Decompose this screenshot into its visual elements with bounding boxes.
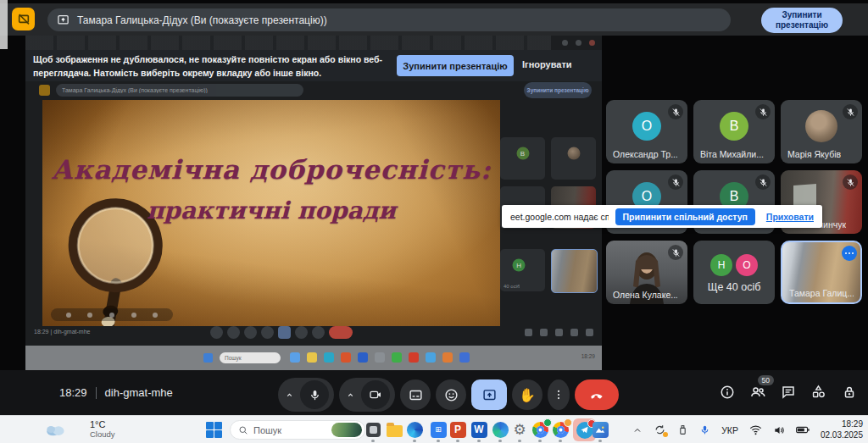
camera-options-chevron-icon[interactable] bbox=[339, 390, 361, 400]
nested-menu-icon bbox=[589, 40, 595, 46]
mic-control[interactable] bbox=[278, 378, 334, 412]
tile-options-button[interactable] bbox=[842, 246, 857, 261]
notice-ignore-button[interactable]: Ігнорувати bbox=[522, 59, 572, 69]
nested-search-box: Пошук bbox=[220, 352, 281, 363]
mic-button[interactable] bbox=[300, 380, 329, 409]
tray-mic-icon[interactable] bbox=[699, 424, 710, 435]
stacked-avatars: Н О bbox=[710, 254, 758, 276]
more-people-label: Ще 40 осіб bbox=[693, 281, 775, 293]
taskbar-search-box[interactable]: Пошук bbox=[230, 420, 365, 440]
participant-count-badge: 50 bbox=[758, 375, 774, 385]
raise-hand-button[interactable]: ✋ bbox=[512, 379, 542, 410]
clock: 18:29 bbox=[59, 386, 87, 399]
slashed-presentation-icon bbox=[17, 13, 31, 26]
nested-presenter-pill: Тамара Галицька-Дідух (Ви (показуєте пре… bbox=[56, 84, 303, 97]
system-tray: УКР 18:29 02.03.2025 bbox=[632, 416, 868, 443]
mic-muted-icon bbox=[843, 174, 858, 190]
nested-self-tile bbox=[551, 249, 598, 293]
nested-panel-icons bbox=[525, 329, 593, 336]
presenter-label: Тамара Галицька-Дідух (Ви (показуєте пре… bbox=[77, 14, 327, 26]
weather-temp: 1°C bbox=[90, 419, 115, 430]
task-view-button[interactable] bbox=[364, 420, 382, 439]
nested-presenter-label: Тамара Галицька-Дідух (Ви (показуєте пре… bbox=[62, 87, 208, 93]
activities-panel-button[interactable] bbox=[810, 383, 827, 401]
presentation-slide: Академічна доброчесність: практичні пора… bbox=[42, 100, 500, 326]
participant-grid: О Олександр Тр... В Віта Михайли... Марі… bbox=[606, 100, 862, 304]
nested-start-icon bbox=[203, 353, 213, 363]
participant-name: Марія Якубів bbox=[787, 149, 841, 159]
file-explorer-icon[interactable] bbox=[385, 420, 403, 439]
end-call-icon bbox=[588, 386, 605, 403]
edge-browser-icon[interactable] bbox=[405, 420, 424, 439]
search-placeholder: Пошук bbox=[253, 425, 331, 435]
blue-swirl-app-icon[interactable] bbox=[491, 420, 509, 439]
self-tile[interactable]: Тамара Галиц... bbox=[781, 241, 862, 304]
wifi-icon[interactable] bbox=[749, 424, 762, 435]
participant-name: Олена Кулаке... bbox=[613, 290, 677, 300]
windows-taskbar: 1°C Cloudy Пошук ⊞ P W bbox=[0, 415, 868, 443]
call-controls: ✋ bbox=[278, 378, 619, 412]
meeting-details-button[interactable] bbox=[718, 383, 736, 401]
chat-panel-button[interactable] bbox=[779, 383, 797, 401]
search-icon bbox=[238, 425, 248, 435]
camera-button[interactable] bbox=[361, 380, 390, 409]
present-screen-button-active[interactable] bbox=[471, 379, 507, 410]
participant-tile[interactable]: В Віта Михайли... bbox=[693, 100, 775, 163]
powerpoint-icon[interactable]: P bbox=[448, 420, 467, 439]
microsoft-store-icon[interactable]: ⊞ bbox=[429, 420, 448, 439]
tray-date: 02.03.2025 bbox=[821, 430, 863, 441]
nested-slide-controls bbox=[51, 308, 173, 321]
nested-stop-presenting-button: Зупинити презентацію bbox=[524, 82, 592, 98]
more-people-tile[interactable]: Н О Ще 40 осіб bbox=[693, 241, 775, 304]
tray-sync-icon[interactable] bbox=[654, 424, 666, 436]
battery-icon[interactable] bbox=[796, 425, 810, 435]
mic-muted-icon bbox=[668, 174, 683, 190]
more-options-button[interactable] bbox=[548, 379, 570, 410]
notice-stop-presentation-button[interactable]: Зупинити презентацію bbox=[397, 55, 514, 76]
screen-edge-artifact bbox=[0, 0, 8, 49]
hide-popup-link[interactable]: Приховати bbox=[766, 212, 814, 222]
search-highlight-thumbnail bbox=[331, 423, 362, 437]
meeting-info: 18:29 dih-gmat-mhe bbox=[59, 386, 173, 399]
presenting-top-bar: Тамара Галицька-Дідух (Ви (показуєте пре… bbox=[0, 3, 868, 36]
nested-browser-tabstrip bbox=[25, 36, 551, 50]
nested-windows-taskbar: Пошук 18:29 bbox=[25, 346, 602, 370]
participant-tile[interactable]: Марія Якубів bbox=[781, 100, 862, 163]
chrome-icon[interactable] bbox=[531, 420, 549, 439]
slide-title: Академічна доброчесність: практичні пора… bbox=[42, 154, 500, 224]
settings-gear-icon[interactable]: ⚙ bbox=[510, 420, 529, 439]
word-icon[interactable]: W bbox=[470, 420, 488, 439]
stop-presenting-button[interactable]: Зупинити презентацію bbox=[761, 8, 843, 33]
mic-muted-icon bbox=[755, 104, 771, 119]
chrome-profile2-icon[interactable] bbox=[551, 420, 570, 439]
people-panel-button[interactable]: 50 bbox=[748, 383, 766, 401]
nested-profile-icon bbox=[576, 40, 581, 46]
tray-chevron-up-icon[interactable] bbox=[632, 425, 643, 435]
participant-tile[interactable]: О Олександр Тр... bbox=[606, 100, 687, 163]
end-call-button[interactable] bbox=[575, 379, 619, 410]
weather-widget[interactable]: 1°C Cloudy bbox=[44, 419, 115, 440]
meeting-code: dih-gmat-mhe bbox=[105, 386, 173, 399]
stop-sharing-button[interactable]: Припинити спільний доступ bbox=[615, 208, 755, 225]
language-indicator[interactable]: УКР bbox=[721, 425, 738, 435]
notice-line1: Щоб зображення не дублювалося, не показу… bbox=[33, 53, 382, 67]
tray-clock[interactable]: 18:29 02.03.2025 bbox=[821, 419, 863, 440]
weather-condition: Cloudy bbox=[90, 430, 115, 440]
presentation-alert-icon[interactable] bbox=[12, 8, 35, 30]
participant-name: Тамара Галиц... bbox=[789, 288, 854, 298]
tray-usb-icon[interactable] bbox=[677, 424, 688, 435]
mic-muted-icon bbox=[843, 104, 858, 119]
mic-options-chevron-icon[interactable] bbox=[278, 390, 300, 400]
reactions-button[interactable] bbox=[436, 379, 466, 410]
camera-control[interactable] bbox=[339, 378, 395, 412]
participant-tile[interactable]: Олена Кулаке... bbox=[606, 241, 687, 304]
photos-app-icon[interactable] bbox=[591, 420, 609, 439]
nested-presentation-alert-icon bbox=[39, 85, 50, 96]
notice-line2: переглядача. Натомість виберіть окрему в… bbox=[33, 67, 382, 80]
volume-icon[interactable] bbox=[773, 424, 785, 436]
host-controls-button[interactable] bbox=[840, 383, 858, 401]
captions-button[interactable] bbox=[400, 379, 431, 410]
shared-screen-feed: Щоб зображення не дублювалося, не показу… bbox=[25, 36, 602, 370]
slide-title-line1: Академічна доброчесність: bbox=[42, 154, 500, 185]
start-button[interactable] bbox=[206, 422, 222, 438]
